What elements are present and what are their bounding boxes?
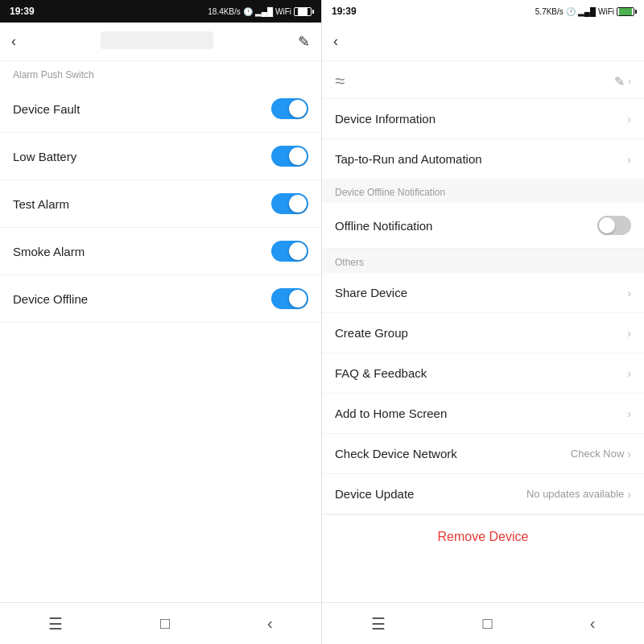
wifi-signal-icon: WiFi: [275, 7, 291, 16]
chevron-check-network: ›: [627, 448, 631, 460]
offline-notification-item: Offline Notification: [322, 203, 644, 249]
battery-icon: [294, 7, 312, 16]
right-home-button[interactable]: □: [483, 614, 493, 633]
device-wifi-icon: ≈: [335, 71, 345, 92]
device-update-label: Device Update: [335, 487, 414, 501]
right-time: 19:39: [332, 6, 357, 17]
device-update-right: No updates available ›: [526, 488, 631, 501]
right-battery-icon: [617, 7, 634, 16]
device-info-right: ›: [627, 113, 631, 126]
toggle-device-fault[interactable]: [271, 98, 308, 119]
right-status-icons: 5.7KB/s 🕐 ▂▄█ WiFi: [535, 7, 634, 16]
pencil-icon: ✎: [614, 74, 625, 89]
toggle-list: Device Fault Low Battery Test Alarm Smok…: [0, 85, 321, 323]
menu-item-device-info[interactable]: Device Information ›: [322, 99, 644, 139]
check-network-value: Check Now: [571, 448, 624, 460]
menu-button[interactable]: ☰: [48, 614, 63, 634]
left-top-nav: ‹ ✎: [0, 23, 321, 61]
right-speed-indicator: 5.7KB/s: [535, 7, 564, 16]
menu-item-check-network[interactable]: Check Device Network Check Now ›: [322, 434, 644, 474]
menu-item-add-home[interactable]: Add to Home Screen ›: [322, 394, 644, 434]
chevron-faq: ›: [627, 367, 631, 380]
right-wifi-icon: WiFi: [598, 7, 614, 16]
menu-item-device-update[interactable]: Device Update No updates available ›: [322, 474, 644, 514]
create-group-label: Create Group: [335, 326, 408, 340]
offline-notification-label: Offline Notification: [335, 219, 432, 233]
left-panel: 19:39 18.4KB/s 🕐 ▂▄█ WiFi ‹ ✎ Alarm Push…: [0, 0, 322, 644]
item-label-test-alarm: Test Alarm: [13, 197, 69, 211]
toggle-low-battery[interactable]: [271, 146, 308, 167]
list-item: Test Alarm: [0, 180, 321, 228]
right-back-button[interactable]: ‹: [333, 33, 338, 50]
right-bottom-nav: ☰ □ ‹: [322, 602, 644, 644]
right-panel: 19:39 5.7KB/s 🕐 ▂▄█ WiFi ‹ ≈ ✎ › Devic: [322, 0, 644, 644]
toggle-smoke-alarm[interactable]: [271, 241, 308, 262]
chevron-tap-to-run: ›: [627, 153, 631, 166]
right-edit-button[interactable]: ✎ ›: [614, 74, 631, 89]
alarm-section-label: Alarm Push Switch: [0, 61, 321, 85]
create-group-right: ›: [627, 327, 631, 340]
nav-title-placeholder: [101, 31, 213, 49]
list-item: Low Battery: [0, 133, 321, 180]
add-home-right: ›: [627, 407, 631, 420]
home-button[interactable]: □: [160, 614, 170, 633]
chevron-add-home: ›: [627, 407, 631, 420]
right-menu-button[interactable]: ☰: [371, 614, 386, 634]
chevron-device-info: ›: [627, 113, 631, 126]
add-home-label: Add to Home Screen: [335, 407, 447, 420]
right-scroll-area: ≈ ✎ › Device Information › Tap-to-Run an…: [322, 61, 644, 602]
left-bottom-nav: ☰ □ ‹: [0, 602, 321, 644]
item-label-device-fault: Device Fault: [13, 102, 80, 116]
faq-label: FAQ & Feedback: [335, 366, 427, 380]
toggle-test-alarm[interactable]: [271, 193, 308, 214]
device-update-value: No updates available: [526, 488, 624, 500]
share-device-label: Share Device: [335, 286, 407, 299]
chevron-create-group: ›: [627, 327, 631, 340]
list-item: Device Offline: [0, 275, 321, 323]
tap-to-run-label: Tap-to-Run and Automation: [335, 152, 482, 166]
device-icon-row: ≈ ✎ ›: [322, 61, 644, 99]
left-time: 19:39: [10, 6, 35, 17]
tap-to-run-right: ›: [627, 153, 631, 166]
toggle-device-offline[interactable]: [271, 288, 308, 309]
left-status-icons: 18.4KB/s 🕐 ▂▄█ WiFi: [208, 7, 312, 16]
menu-item-faq[interactable]: FAQ & Feedback ›: [322, 353, 644, 394]
main-menu-list: Device Information › Tap-to-Run and Auto…: [322, 99, 644, 179]
share-device-right: ›: [627, 287, 631, 299]
menu-item-create-group[interactable]: Create Group ›: [322, 313, 644, 353]
left-status-bar: 19:39 18.4KB/s 🕐 ▂▄█ WiFi: [0, 0, 321, 23]
list-item: Device Fault: [0, 85, 321, 133]
right-clock-icon: 🕐: [566, 7, 576, 16]
check-network-right: Check Now ›: [571, 448, 631, 460]
menu-item-tap-to-run[interactable]: Tap-to-Run and Automation ›: [322, 139, 644, 179]
chevron-share: ›: [627, 287, 631, 299]
chevron-device-update: ›: [627, 488, 631, 501]
toggle-offline-notification[interactable]: [597, 216, 631, 235]
nav-title-area: [16, 31, 298, 52]
right-signal-icon: ▂▄█: [578, 7, 596, 16]
right-back-nav-button[interactable]: ‹: [590, 614, 596, 633]
menu-item-share-device[interactable]: Share Device ›: [322, 273, 644, 313]
faq-right: ›: [627, 367, 631, 380]
chevron-edit: ›: [628, 76, 631, 87]
right-status-bar: 19:39 5.7KB/s 🕐 ▂▄█ WiFi: [322, 0, 644, 23]
list-item: Smoke Alarm: [0, 228, 321, 275]
check-network-label: Check Device Network: [335, 447, 457, 460]
signal-icon: ▂▄█: [255, 7, 273, 16]
item-label-smoke-alarm: Smoke Alarm: [13, 245, 85, 258]
item-label-low-battery: Low Battery: [13, 150, 76, 163]
edit-button[interactable]: ✎: [298, 33, 310, 51]
clock-icon: 🕐: [243, 7, 253, 16]
remove-device-button[interactable]: Remove Device: [322, 514, 644, 559]
item-label-device-offline: Device Offline: [13, 292, 88, 306]
others-section-label: Others: [322, 249, 644, 273]
back-nav-button[interactable]: ‹: [267, 614, 273, 633]
speed-indicator: 18.4KB/s: [208, 7, 241, 16]
offline-section-label: Device Offline Notification: [322, 179, 644, 203]
device-info-label: Device Information: [335, 112, 436, 126]
right-top-nav: ‹: [322, 23, 644, 61]
